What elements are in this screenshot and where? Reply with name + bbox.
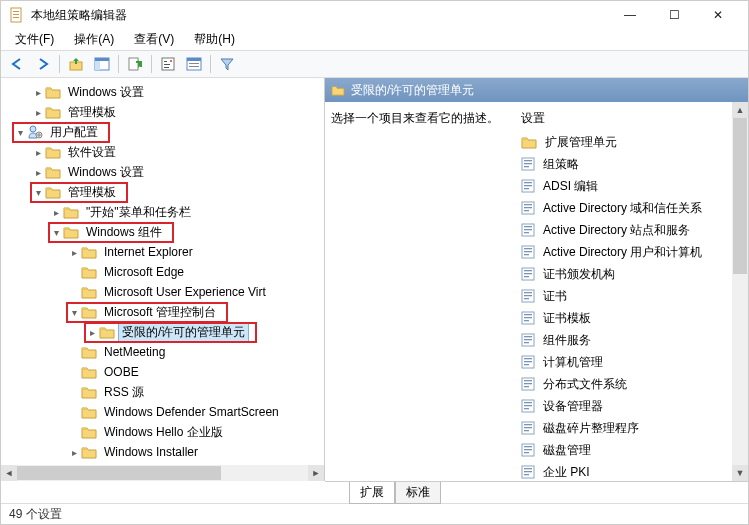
menu-view[interactable]: 查看(V)	[126, 29, 182, 50]
tree-node-label: 管理模板	[65, 183, 119, 202]
chevron-right-icon[interactable]: ▸	[31, 167, 45, 178]
scroll-thumb[interactable]	[733, 118, 747, 274]
chevron-right-icon[interactable]: ▸	[85, 327, 99, 338]
back-button[interactable]	[5, 52, 29, 76]
menu-file[interactable]: 文件(F)	[7, 29, 62, 50]
tree-node[interactable]: ▸Windows 设置	[1, 162, 324, 182]
chevron-down-icon[interactable]: ▾	[13, 127, 27, 138]
tree-node[interactable]: ▾Microsoft 管理控制台	[1, 302, 324, 322]
chevron-right-icon[interactable]: ▸	[67, 447, 81, 458]
folder-up-icon	[68, 56, 84, 72]
list-item[interactable]: 磁盘碎片整理程序	[519, 419, 742, 437]
list-item-label: Active Directory 用户和计算机	[543, 244, 702, 261]
tree-node[interactable]: ▾管理模板	[1, 182, 324, 202]
menu-help[interactable]: 帮助(H)	[186, 29, 243, 50]
list-item-label: 磁盘碎片整理程序	[543, 420, 639, 437]
scroll-up-button[interactable]: ▲	[732, 102, 748, 118]
folder-icon	[45, 85, 61, 99]
tree-node[interactable]: ▸Windows Defender SmartScreen	[1, 402, 324, 422]
policy-icon	[521, 421, 535, 435]
svg-rect-6	[95, 58, 109, 61]
list-item[interactable]: 证书	[519, 287, 742, 305]
tree-node[interactable]: ▸Windows Hello 企业版	[1, 422, 324, 442]
list-item[interactable]: 证书颁发机构	[519, 265, 742, 283]
panel-title: 受限的/许可的管理单元	[351, 82, 474, 99]
tree-node[interactable]: ▸软件设置	[1, 142, 324, 162]
folder-icon	[45, 105, 61, 119]
svg-rect-15	[187, 58, 201, 61]
policy-icon	[521, 399, 535, 413]
scroll-down-button[interactable]: ▼	[732, 465, 748, 481]
tree-node[interactable]: ▸RSS 源	[1, 382, 324, 402]
chevron-down-icon[interactable]: ▾	[31, 187, 45, 198]
policy-icon	[521, 443, 535, 457]
tree-node[interactable]: ▾Windows 组件	[1, 222, 324, 242]
show-hide-tree-button[interactable]	[90, 52, 114, 76]
scroll-right-button[interactable]: ►	[308, 465, 324, 481]
policy-icon	[521, 333, 535, 347]
tree-node[interactable]: ▸NetMeeting	[1, 342, 324, 362]
tree-node[interactable]: ▸OOBE	[1, 362, 324, 382]
minimize-button[interactable]: —	[608, 1, 652, 29]
tree-node[interactable]: ▸Windows Installer	[1, 442, 324, 462]
list-item[interactable]: 分布式文件系统	[519, 375, 742, 393]
content: ▸Windows 设置▸管理模板▾用户配置▸软件设置▸Windows 设置▾管理…	[1, 78, 748, 481]
horizontal-scrollbar[interactable]: ◄ ►	[1, 465, 324, 481]
tree-node[interactable]: ▸Microsoft Edge	[1, 262, 324, 282]
chevron-down-icon[interactable]: ▾	[67, 307, 81, 318]
chevron-right-icon[interactable]: ▸	[31, 147, 45, 158]
tree-node[interactable]: ▸管理模板	[1, 102, 324, 122]
tree-node[interactable]: ▾用户配置	[1, 122, 324, 142]
policy-icon	[521, 377, 535, 391]
tree-node[interactable]: ▸Windows 设置	[1, 82, 324, 102]
chevron-right-icon[interactable]: ▸	[67, 247, 81, 258]
scroll-left-button[interactable]: ◄	[1, 465, 17, 481]
tree-node[interactable]: ▸Microsoft User Experience Virt	[1, 282, 324, 302]
list-item[interactable]: 扩展管理单元	[519, 133, 742, 151]
filter-button[interactable]	[215, 52, 239, 76]
list-item[interactable]: Active Directory 用户和计算机	[519, 243, 742, 261]
detail-pane: 受限的/许可的管理单元 选择一个项目来查看它的描述。 设置 扩展管理单元组策略A…	[325, 78, 748, 481]
list-view-button[interactable]	[182, 52, 206, 76]
list-item[interactable]: 设备管理器	[519, 397, 742, 415]
properties-button[interactable]	[156, 52, 180, 76]
tab-standard[interactable]: 标准	[395, 482, 441, 504]
list-item[interactable]: 计算机管理	[519, 353, 742, 371]
chevron-right-icon[interactable]: ▸	[31, 87, 45, 98]
svg-rect-2	[13, 14, 19, 15]
titlebar: 本地组策略编辑器 — ☐ ✕	[1, 1, 748, 29]
maximize-button[interactable]: ☐	[652, 1, 696, 29]
list-item[interactable]: 组策略	[519, 155, 742, 173]
vertical-scrollbar[interactable]: ▲ ▼	[732, 102, 748, 481]
tree-view[interactable]: ▸Windows 设置▸管理模板▾用户配置▸软件设置▸Windows 设置▾管理…	[1, 78, 324, 465]
list-item[interactable]: 组件服务	[519, 331, 742, 349]
chevron-down-icon[interactable]: ▾	[49, 227, 63, 238]
toolbar	[1, 50, 748, 78]
folder-icon	[63, 225, 79, 239]
menu-action[interactable]: 操作(A)	[66, 29, 122, 50]
tree-node-label: 用户配置	[47, 123, 101, 142]
list-item[interactable]: 证书模板	[519, 309, 742, 327]
chevron-right-icon[interactable]: ▸	[49, 207, 63, 218]
list-item[interactable]: Active Directory 域和信任关系	[519, 199, 742, 217]
list-item[interactable]: Active Directory 站点和服务	[519, 221, 742, 239]
export-icon	[127, 56, 143, 72]
tree-node[interactable]: ▸Internet Explorer	[1, 242, 324, 262]
list-item[interactable]: 磁盘管理	[519, 441, 742, 459]
close-button[interactable]: ✕	[696, 1, 740, 29]
up-button[interactable]	[64, 52, 88, 76]
tree-node[interactable]: ▸"开始"菜单和任务栏	[1, 202, 324, 222]
tree-node[interactable]: ▸受限的/许可的管理单元	[1, 322, 324, 342]
tab-extended[interactable]: 扩展	[349, 482, 395, 504]
svg-rect-8	[129, 58, 138, 70]
settings-column-header[interactable]: 设置	[519, 110, 742, 133]
list-item[interactable]: ADSI 编辑	[519, 177, 742, 195]
list-item[interactable]: 企业 PKI	[519, 463, 742, 481]
settings-list[interactable]: 扩展管理单元组策略ADSI 编辑Active Directory 域和信任关系A…	[519, 133, 742, 481]
forward-button[interactable]	[31, 52, 55, 76]
folder-icon	[81, 305, 97, 319]
chevron-right-icon[interactable]: ▸	[31, 107, 45, 118]
scroll-thumb[interactable]	[17, 466, 221, 480]
export-button[interactable]	[123, 52, 147, 76]
list-item-label: 设备管理器	[543, 398, 603, 415]
